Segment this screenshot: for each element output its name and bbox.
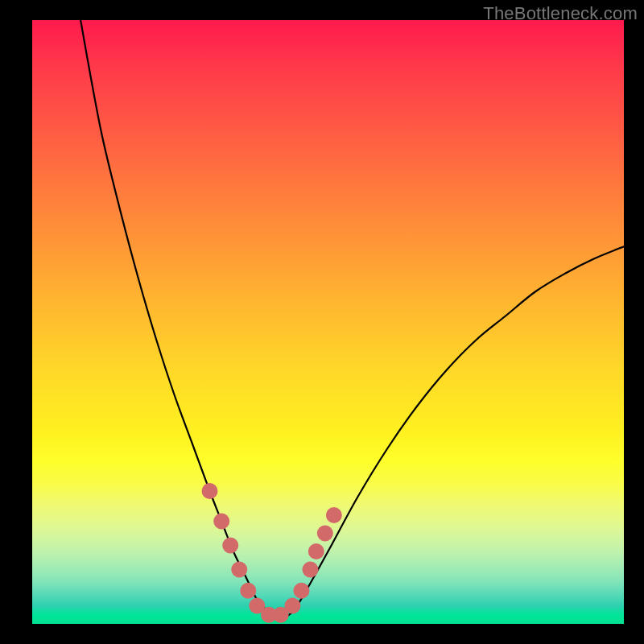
bottleneck-curve [80,20,624,618]
curve-marker [326,507,342,523]
curve-overlay [32,20,624,624]
curve-marker [293,583,309,599]
curve-marker [308,543,324,559]
curve-marker [284,598,300,614]
curve-markers [202,483,342,623]
chart-frame: TheBottleneck.com [0,0,644,644]
curve-marker [202,483,218,499]
curve-marker [231,562,247,578]
curve-marker [317,526,333,542]
watermark-text: TheBottleneck.com [483,3,638,24]
curve-marker [240,583,256,599]
plot-area [32,20,624,624]
curve-marker [213,514,229,530]
curve-marker [302,562,318,578]
curve-marker [222,538,238,554]
